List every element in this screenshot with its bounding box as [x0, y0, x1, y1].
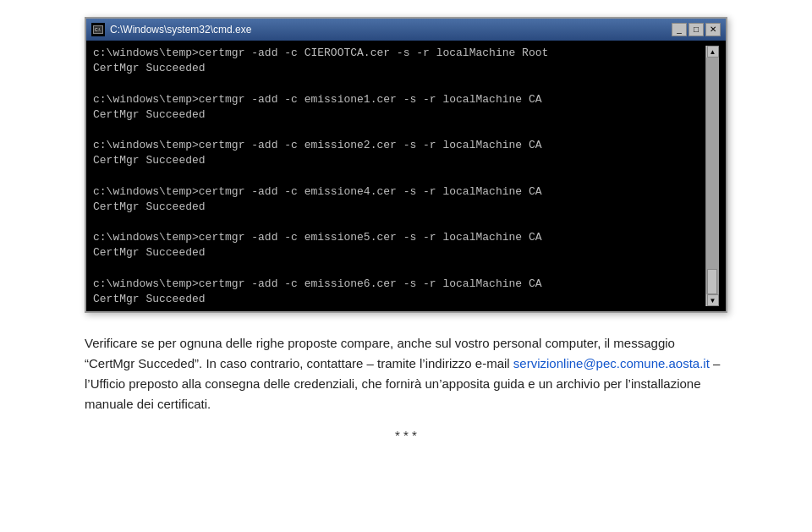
description-block: Verificare se per ognuna delle righe pro… [85, 333, 727, 414]
scrollbar-track[interactable] [706, 58, 719, 294]
cmd-content: c:\windows\temp>certmgr -add -c CIEROOTC… [93, 46, 705, 306]
titlebar-left: C:\Windows\system32\cmd.exe [91, 23, 251, 36]
cmd-body: c:\windows\temp>certmgr -add -c CIEROOTC… [86, 41, 726, 311]
minimize-button[interactable]: _ [672, 23, 687, 36]
scrollbar[interactable]: ▲ ▼ [705, 46, 719, 306]
scrollbar-thumb[interactable] [707, 269, 717, 294]
terminal-output: c:\windows\temp>certmgr -add -c CIEROOTC… [93, 46, 705, 306]
cmd-icon-inner [93, 25, 103, 34]
close-button[interactable]: ✕ [705, 23, 721, 36]
email-link[interactable]: servizionline@pec.comune.aosta.it [513, 356, 710, 370]
window-controls: _ □ ✕ [672, 23, 721, 36]
cmd-window: C:\Windows\system32\cmd.exe _ □ ✕ c:\win… [85, 17, 727, 313]
cmd-titlebar: C:\Windows\system32\cmd.exe _ □ ✕ [86, 19, 726, 41]
scrollbar-up-arrow[interactable]: ▲ [707, 46, 719, 58]
cmd-title: C:\Windows\system32\cmd.exe [110, 24, 251, 36]
scrollbar-down-arrow[interactable]: ▼ [707, 294, 719, 306]
maximize-button[interactable]: □ [689, 23, 704, 36]
cmd-app-icon [91, 23, 105, 36]
separator: * * * [85, 428, 727, 442]
